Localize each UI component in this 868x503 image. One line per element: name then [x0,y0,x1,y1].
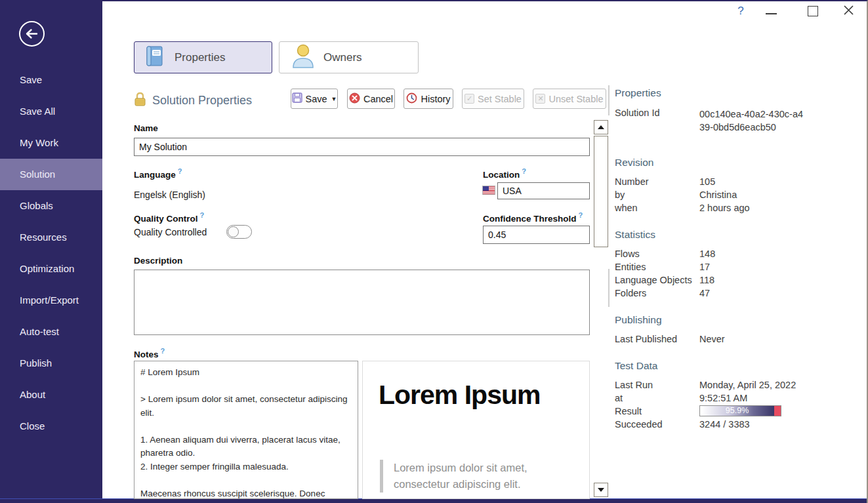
quality-controlled-toggle[interactable] [226,225,252,239]
revision-when-label: when [615,203,638,213]
sidebar-item-optimization[interactable]: Optimization [0,253,102,285]
solution-id-value: 00c140ea-40a2-430c-a439-0bd5d6eacb50 [699,108,804,134]
close-button[interactable] [837,1,859,21]
history-button[interactable]: History [403,89,453,109]
location-label: Location? [483,167,526,180]
language-value: Engelsk (English) [134,190,205,200]
location-input[interactable] [497,182,590,199]
minimize-icon [766,13,777,14]
tab-owners-label: Owners [323,51,362,64]
tab-properties-label: Properties [175,51,225,64]
quality-controlled-label: Quality Controlled [134,227,207,237]
at-value: 9:52:51 AM [699,393,747,403]
description-textarea[interactable] [134,270,590,335]
notes-preview-heading: Lorem Ipsum [379,380,589,411]
at-label: at [615,393,623,403]
revision-by-label: by [615,190,625,200]
maximize-button[interactable] [802,1,824,21]
sidebar-item-save-all[interactable]: Save All [0,96,102,127]
sidebar-nav: Save Save All My Work Solution Globals R… [0,64,102,442]
back-arrow-icon [18,38,45,49]
confidence-threshold-input[interactable] [483,226,590,244]
x-box-icon: ✕ [535,94,545,104]
set-stable-label: Set Stable [478,94,522,104]
set-stable-button[interactable]: ✓ Set Stable [462,89,524,109]
application-window: Save Save All My Work Solution Globals R… [0,0,868,503]
scrollbar-up-button[interactable] [594,120,608,134]
scroll-up-icon [598,125,604,129]
sidebar-item-save[interactable]: Save [0,64,102,96]
history-clock-icon [406,92,417,106]
sidebar-item-import-export[interactable]: Import/Export [0,285,102,316]
succeeded-value: 3244 / 3383 [699,419,750,430]
sidebar-item-my-work[interactable]: My Work [0,127,102,159]
floppy-disk-icon [292,92,302,105]
sidebar-item-globals[interactable]: Globals [0,190,102,222]
entities-value: 17 [699,262,710,272]
test-data-section-header: Test Data [615,360,657,372]
language-label: Language? [134,167,182,180]
location-help-icon[interactable]: ? [522,167,526,175]
statistics-section-header: Statistics [615,229,655,241]
sidebar-item-about[interactable]: About [0,379,102,411]
save-button[interactable]: Save ▼ [291,89,338,109]
confidence-threshold-help-icon[interactable]: ? [579,211,583,219]
properties-section-header: Properties [615,87,661,99]
maximize-icon [808,6,818,16]
language-help-icon[interactable]: ? [178,167,182,175]
dropdown-caret-icon: ▼ [331,96,337,102]
succeeded-label: Succeeded [615,419,663,430]
last-run-label: Last Run [615,380,653,390]
revision-section-header: Revision [615,157,653,169]
minimize-button[interactable] [760,1,782,21]
page-title: Solution Properties [152,94,252,108]
solution-id-label: Solution Id [615,108,660,118]
notes-label: Notes? [134,347,165,359]
language-objects-value: 118 [699,275,714,285]
flows-label: Flows [615,249,640,259]
notes-markdown-editor[interactable]: # Lorem Ipsum > Lorem ipsum dolor sit am… [134,361,358,499]
last-published-value: Never [699,334,725,344]
close-icon [843,5,854,18]
person-icon [291,44,316,71]
confidence-threshold-label: Confidence Threshold? [483,211,583,224]
revision-by-value: Christina [699,190,737,200]
tab-owners[interactable]: Owners [279,41,419,73]
help-button[interactable]: ? [735,5,747,18]
revision-number-label: Number [615,176,649,187]
entities-label: Entities [615,262,646,272]
quality-control-help-icon[interactable]: ? [200,211,205,219]
folders-value: 47 [699,288,710,298]
cancel-button[interactable]: Cancel [347,89,395,109]
panel-scroll-indicator [608,269,610,307]
panel-scroll-indicator [608,85,610,115]
cancel-circle-icon [349,92,360,106]
unset-stable-button[interactable]: ✕ Unset Stable [533,89,606,109]
scroll-down-icon [598,488,604,492]
toggle-knob [228,226,239,237]
unset-stable-label: Unset Stable [548,94,603,104]
tab-properties[interactable]: Properties [134,41,272,73]
sidebar-item-solution[interactable]: Solution [0,159,102,190]
result-label: Result [615,406,642,416]
blockquote-bar [380,460,383,493]
sidebar-item-close[interactable]: Close [0,411,102,442]
scrollbar-down-button[interactable] [594,483,608,497]
scrollbar-thumb[interactable] [594,136,608,247]
back-button[interactable] [18,20,45,47]
blockquote-text: Lorem ipsum dolor sit amet, consectetur … [394,460,558,493]
language-objects-label: Language Objects [615,275,692,285]
history-button-label: History [421,94,450,104]
publishing-section-header: Publishing [615,314,662,326]
cancel-button-label: Cancel [363,94,393,104]
notes-help-icon[interactable]: ? [161,347,165,355]
sidebar-item-auto-test[interactable]: Auto-test [0,316,102,348]
name-label: Name [134,123,158,133]
name-input[interactable] [134,138,590,156]
window-bottom-border [0,498,867,503]
sidebar-item-publish[interactable]: Publish [0,348,102,379]
description-label: Description [134,256,182,266]
sidebar-item-resources[interactable]: Resources [0,222,102,253]
progress-fail-segment [774,406,781,416]
lock-icon [134,92,146,110]
